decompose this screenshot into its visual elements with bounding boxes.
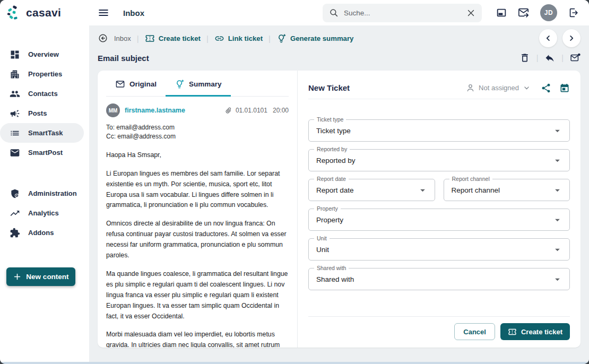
sidebar-item-analytics[interactable]: Analytics: [0, 203, 84, 223]
create-ticket-button-label: Create ticket: [521, 328, 562, 336]
email-date: 01.01.0101: [236, 107, 267, 114]
dashboard-icon: [10, 49, 20, 60]
generate-summary-action[interactable]: Generate summary: [276, 33, 353, 44]
shield-person-icon: [10, 188, 20, 199]
cancel-button[interactable]: Cancel: [454, 323, 495, 340]
dropdown-caret-icon: [552, 244, 563, 255]
sidebar-item-contacts[interactable]: Contacts: [0, 84, 84, 103]
sidebar-item-overview[interactable]: Overview: [0, 45, 84, 64]
casavi-logo-icon: [6, 5, 22, 21]
building-icon: [10, 69, 20, 80]
new-ticket-form: New Ticket Not assigned: [298, 71, 581, 348]
share-icon[interactable]: [541, 83, 551, 93]
sender-link[interactable]: firstname.lastname: [125, 107, 185, 114]
trending-up-icon: [10, 208, 20, 219]
back-circle-icon[interactable]: [98, 33, 108, 44]
email-subject-title: Email subject: [98, 54, 149, 63]
email-greeting: Haopa Ha Smsapr,: [106, 150, 289, 161]
sidebar-item-label: Addons: [28, 229, 54, 237]
link-icon: [214, 33, 224, 44]
dropdown-caret-icon: [552, 214, 563, 226]
breadcrumb[interactable]: Inbox: [114, 34, 131, 42]
assignee-dropdown[interactable]: Not assigned: [465, 83, 531, 93]
app-window: casavi Inbox Suche... JD Overview Proper…: [0, 0, 589, 364]
lightbulb-sparkle-icon: [276, 33, 287, 44]
mail-forward-icon[interactable]: [518, 7, 530, 19]
sidebar-item-label: Administration: [28, 189, 77, 197]
dropdown-caret-icon: [552, 185, 563, 196]
create-ticket-button[interactable]: Create ticket: [500, 323, 570, 340]
ticket-type-select[interactable]: Ticket type Ticket type: [308, 119, 570, 142]
reply-icon[interactable]: [544, 53, 555, 63]
topbar-icons: JD: [496, 4, 579, 21]
dropdown-caret-icon: [417, 185, 428, 196]
property-select[interactable]: Property Property: [308, 209, 570, 231]
menu-icon[interactable]: [98, 7, 109, 19]
app-window-icon[interactable]: [496, 7, 507, 19]
logout-icon[interactable]: [568, 7, 579, 19]
dropdown-caret-icon: [552, 155, 563, 166]
sidebar-item-posts[interactable]: Posts: [0, 103, 84, 123]
tab-summary[interactable]: Summary: [166, 71, 231, 96]
clear-search-icon[interactable]: [466, 8, 475, 18]
next-button[interactable]: [562, 29, 581, 47]
delete-icon[interactable]: [519, 53, 530, 63]
person-icon: [465, 83, 475, 93]
report-date-select[interactable]: Report date Report date: [308, 179, 435, 201]
casavi-logo[interactable]: casavi: [6, 5, 90, 21]
separator: |: [137, 34, 139, 43]
field-value: Report channel: [452, 186, 500, 194]
people-icon: [10, 89, 20, 99]
divider: [308, 316, 570, 317]
user-avatar[interactable]: JD: [540, 4, 557, 21]
search-icon: [329, 8, 339, 18]
unit-select[interactable]: Unit Unit: [308, 238, 570, 261]
separator: |: [561, 54, 564, 62]
email-tabs: Original Summary: [106, 71, 289, 97]
page-title: Inbox: [123, 8, 144, 18]
sender-avatar: MM: [106, 103, 120, 117]
email-paragraph: Morbi malesuada diam vel leo imperdiet, …: [106, 330, 289, 348]
field-value: Property: [316, 216, 343, 224]
new-content-label: New content: [26, 273, 68, 281]
separator: |: [536, 54, 539, 62]
envelope-icon: [10, 148, 20, 158]
sidebar: Overview Properties Contacts Posts Smart…: [0, 25, 89, 362]
sidebar-item-label: Overview: [28, 50, 59, 58]
sidebar-item-smarttask[interactable]: SmartTask: [0, 123, 84, 143]
field-label: Reported by: [314, 146, 350, 152]
reported-by-select[interactable]: Reported by Reported by: [308, 149, 570, 171]
field-label: Unit: [314, 235, 330, 241]
report-channel-select[interactable]: Report channel Report channel: [444, 179, 570, 201]
field-label: Report date: [314, 176, 349, 182]
create-ticket-label: Create ticket: [159, 34, 201, 42]
paperclip-icon: [223, 105, 234, 116]
sidebar-item-label: SmartTask: [28, 129, 63, 137]
link-ticket-action[interactable]: Link ticket: [214, 33, 263, 44]
sidebar-item-smartpost[interactable]: SmartPost: [0, 143, 84, 162]
mark-unread-icon[interactable]: [570, 53, 581, 63]
create-ticket-action[interactable]: Create ticket: [145, 33, 201, 44]
sidebar-item-administration[interactable]: Administration: [0, 184, 84, 203]
field-value: Reported by: [316, 157, 356, 164]
new-content-button[interactable]: New content: [6, 267, 75, 286]
field-value: Ticket type: [316, 127, 351, 135]
form-title: New Ticket: [308, 83, 350, 92]
field-label: Report channel: [449, 176, 492, 182]
topbar: casavi Inbox Suche... JD: [0, 0, 589, 25]
assignee-label: Not assigned: [479, 84, 519, 92]
main-area: Inbox | Create ticket | Link ticket | Ge…: [89, 25, 589, 362]
sidebar-item-properties[interactable]: Properties: [0, 64, 84, 84]
tab-original[interactable]: Original: [106, 71, 166, 96]
calendar-icon[interactable]: [559, 83, 570, 93]
shared-with-select[interactable]: Shared with Shared with: [308, 268, 570, 290]
email-paragraph: Ma quande lingues coalesce, li grammatic…: [106, 269, 289, 322]
chevron-down-icon: [522, 83, 531, 92]
search-input[interactable]: Suche...: [323, 4, 482, 22]
sidebar-item-addons[interactable]: Addons: [0, 223, 84, 242]
email-paragraph: Li Europan lingues es membres del sam fa…: [106, 169, 289, 211]
email-meta: MM firstname.lastname 01.01.0101 20:00: [106, 103, 289, 117]
separator: |: [268, 34, 271, 43]
lightbulb-sparkle-icon: [175, 79, 185, 89]
previous-button[interactable]: [539, 29, 557, 47]
